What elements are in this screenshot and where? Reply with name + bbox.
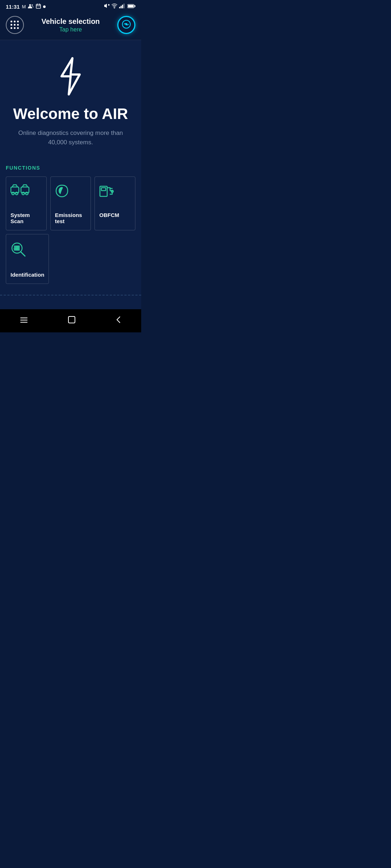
svg-rect-11 (122, 5, 123, 8)
emissions-icon (55, 184, 69, 201)
functions-grid: System Scan Emissions test (6, 176, 135, 230)
menu-dot (17, 24, 19, 26)
calendar-icon (36, 4, 41, 10)
system-scan-card[interactable]: System Scan (6, 176, 47, 230)
svg-rect-14 (128, 5, 133, 7)
bottom-decoration (0, 295, 141, 309)
svg-line-37 (21, 252, 25, 256)
menu-dot (14, 24, 16, 26)
connect-button[interactable] (117, 16, 135, 34)
menu-dot (10, 24, 12, 26)
menu-dots-grid (10, 21, 19, 29)
wifi-icon (112, 3, 117, 10)
menu-button[interactable] (6, 16, 24, 34)
nav-title: Vehicle selection (41, 17, 100, 26)
svg-point-21 (12, 192, 14, 195)
svg-rect-9 (119, 7, 120, 8)
identification-card[interactable]: VIN Identification (6, 234, 49, 284)
hero-description: Online diagnostics covering more than 40… (16, 128, 125, 147)
radio-waves-icon (122, 20, 131, 31)
hero-section: Welcome to AIR Online diagnostics coveri… (0, 40, 141, 158)
identification-label: Identification (10, 272, 44, 278)
svg-point-22 (16, 192, 18, 195)
svg-point-24 (22, 192, 25, 195)
svg-point-25 (26, 192, 28, 195)
functions-label: FUNCTIONS (6, 165, 135, 171)
hero-title: Welcome to AIR (13, 105, 128, 123)
obfcm-label: OBFCM (99, 212, 119, 218)
obfcm-icon (99, 184, 114, 201)
signal-icon (119, 3, 126, 10)
svg-rect-20 (11, 187, 19, 193)
system-nav-bar (0, 309, 141, 332)
svg-point-0 (29, 4, 31, 6)
svg-rect-23 (21, 187, 29, 193)
battery-icon (127, 3, 135, 10)
nav-center[interactable]: Vehicle selection Tap here (41, 17, 100, 33)
svg-rect-10 (121, 6, 122, 8)
svg-point-8 (114, 8, 115, 8)
home-button[interactable] (60, 314, 83, 327)
top-nav: Vehicle selection Tap here (0, 13, 141, 40)
menu-dot (17, 21, 19, 22)
identification-icon: VIN (10, 242, 26, 261)
svg-rect-2 (36, 4, 41, 8)
status-left: 11:31 M (6, 4, 46, 10)
status-icons-right (104, 3, 135, 10)
emissions-test-label: Emissions test (55, 212, 87, 224)
recent-apps-button[interactable] (13, 315, 35, 327)
system-scan-icon (10, 184, 29, 201)
obfcm-card[interactable]: OBFCM (94, 176, 135, 230)
svg-point-1 (31, 4, 33, 6)
menu-dot (17, 27, 19, 29)
status-bar: 11:31 M (0, 0, 141, 13)
svg-text:VIN: VIN (13, 248, 17, 250)
svg-rect-41 (68, 316, 75, 323)
nav-subtitle: Tap here (41, 26, 100, 33)
people-icon (28, 4, 34, 10)
app-logo (52, 55, 89, 98)
status-time: 11:31 (6, 4, 20, 10)
svg-rect-27 (101, 188, 106, 191)
notification-dot (43, 5, 46, 8)
menu-dot (14, 21, 16, 22)
functions-section: FUNCTIONS System Scan (0, 158, 141, 295)
svg-rect-12 (123, 4, 125, 8)
mute-icon (104, 3, 110, 10)
menu-dot (10, 21, 12, 22)
gmail-icon: M (22, 4, 26, 9)
functions-row2: VIN Identification (6, 234, 135, 284)
system-scan-label: System Scan (10, 212, 42, 224)
menu-dot (14, 27, 16, 29)
back-button[interactable] (108, 314, 129, 327)
menu-dot (10, 27, 12, 29)
emissions-test-card[interactable]: Emissions test (50, 176, 91, 230)
svg-point-19 (126, 24, 127, 25)
